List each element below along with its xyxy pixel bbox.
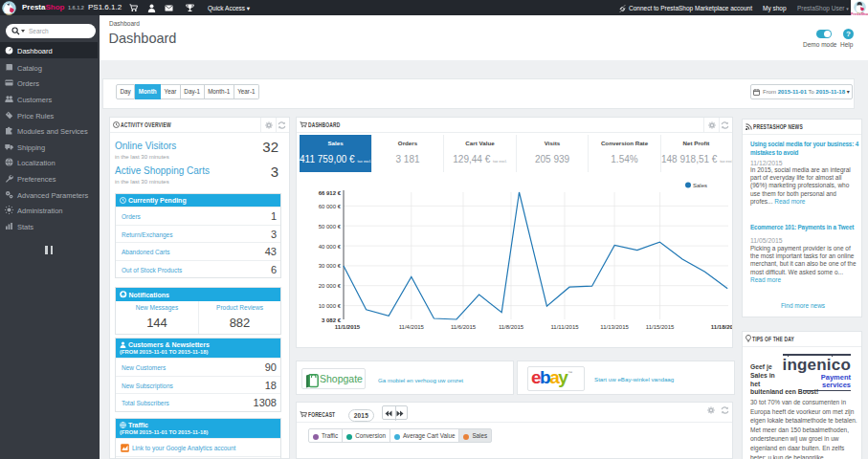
svg-text:30 000 €: 30 000 € bbox=[319, 263, 342, 269]
svg-text:11/15/2015: 11/15/2015 bbox=[646, 324, 675, 330]
svg-text:11/13/2015: 11/13/2015 bbox=[600, 324, 629, 330]
svg-text:20 000 €: 20 000 € bbox=[319, 283, 342, 289]
svg-text:66 912 €: 66 912 € bbox=[319, 190, 342, 196]
svg-text:10 000 €: 10 000 € bbox=[319, 303, 342, 309]
svg-text:3 082 €: 3 082 € bbox=[322, 317, 342, 323]
svg-text:60 000 €: 60 000 € bbox=[319, 204, 342, 209]
svg-text:11/11/2015: 11/11/2015 bbox=[550, 324, 579, 330]
svg-text:40 000 €: 40 000 € bbox=[319, 244, 342, 250]
svg-text:11/18/201: 11/18/201 bbox=[711, 324, 732, 330]
svg-text:11/6/2015: 11/6/2015 bbox=[451, 324, 477, 330]
svg-text:50 000 €: 50 000 € bbox=[319, 224, 342, 230]
svg-text:11/4/2015: 11/4/2015 bbox=[399, 324, 425, 330]
svg-text:Sales: Sales bbox=[693, 183, 707, 188]
svg-text:11/1/2015: 11/1/2015 bbox=[335, 324, 361, 330]
svg-text:11/8/2015: 11/8/2015 bbox=[499, 324, 524, 330]
